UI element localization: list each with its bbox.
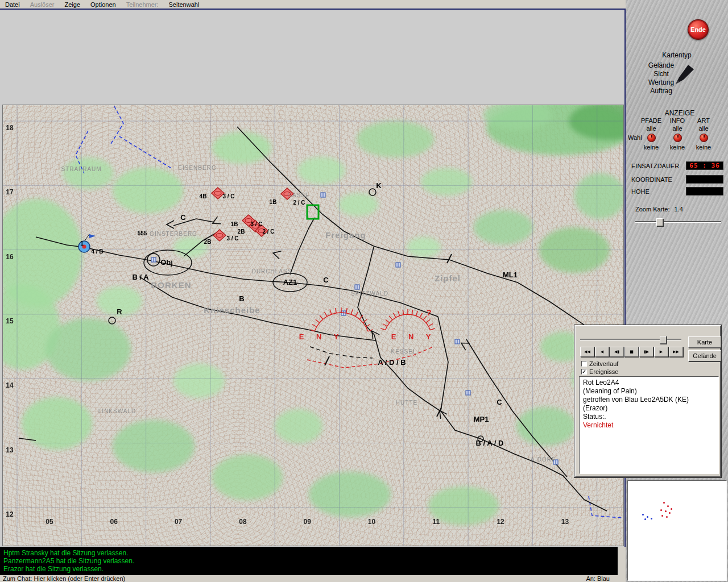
- event-line: getroffen von Blau Leo2A5DK (KE): [583, 396, 715, 404]
- map-window: STRAFRAUMEISENBERGGINSTERBERGGASSEDURCHL…: [0, 9, 626, 547]
- menu-item-optionen[interactable]: Optionen: [85, 1, 121, 9]
- zoom-row: Zoom Karte: 1.4: [635, 206, 683, 213]
- minimap-red-dot: [665, 510, 667, 512]
- hoehe-label: HÖHE: [631, 188, 650, 195]
- kartentyp-option-auftrag[interactable]: Auftrag: [628, 87, 694, 95]
- checkbox-ereignisse[interactable]: ✓Ereignisse: [581, 368, 618, 376]
- anzeige-column-art: ARTallekeine: [690, 117, 717, 151]
- vcr-button-1[interactable]: ◀: [595, 347, 609, 357]
- event-line: (Erazor): [583, 404, 715, 413]
- playback-panel: ◀◀◀◀▮■▮▶▶▶▶ Karte Gelände Zeitverlauf✓Er…: [574, 325, 721, 477]
- hoehe-row: HÖHE: [631, 187, 723, 196]
- menu-item-datei[interactable]: Datei: [0, 1, 25, 9]
- anzeige-col-title: ART: [690, 117, 717, 124]
- event-text-area: Rot Leo2A4(Meaning of Pain)getroffen von…: [579, 376, 719, 474]
- event-line: (Meaning of Pain): [583, 387, 715, 396]
- anzeige-option-keine[interactable]: keine: [664, 143, 690, 151]
- einsatzdauer-display: 65 : 36: [686, 161, 723, 170]
- minimap-blue-dot: [651, 518, 652, 519]
- zoom-label: Zoom Karte:: [635, 206, 670, 213]
- chat-message: Hptm Stransky hat die Sitzung verlassen.: [3, 549, 618, 557]
- koordinate-row: KOORDINATE: [631, 175, 723, 184]
- minimap-red-dot: [667, 505, 669, 507]
- minimap-red-dot: [663, 502, 665, 504]
- chat-message: Erazor hat die Sitzung verlassen.: [3, 565, 618, 573]
- checkbox-label: Zeitverlauf: [589, 360, 618, 367]
- minimap-red-dot: [671, 508, 672, 510]
- zoom-slider-thumb[interactable]: [656, 218, 663, 226]
- menubar: DateiAuslöserZeigeOptionenTeilnehmer:Sei…: [0, 0, 626, 9]
- forest-areas: [3, 105, 623, 525]
- event-line: Vernichtet: [583, 421, 715, 430]
- event-line: Status:.: [583, 413, 715, 421]
- anzeige-knob[interactable]: [647, 134, 656, 142]
- statusbar: Zum Chat: Hier klicken (oder Enter drück…: [0, 575, 626, 582]
- vcr-button-4[interactable]: ▮▶: [639, 347, 653, 357]
- checkbox-box[interactable]: ✓: [581, 369, 587, 375]
- checkbox-zeitverlauf[interactable]: Zeitverlauf: [581, 360, 618, 368]
- minimap-red-dot: [660, 509, 662, 511]
- anzeige-knob[interactable]: [673, 134, 682, 142]
- anzeige-option-alle[interactable]: alle: [690, 124, 717, 132]
- anzeige-column-pfade: PFADEallekeine: [638, 117, 664, 151]
- vcr-button-6[interactable]: ▶▶: [669, 347, 683, 357]
- map-graphics: [3, 105, 623, 546]
- vcr-button-0[interactable]: ◀◀: [580, 347, 594, 357]
- minimap-blue-dot: [644, 518, 646, 520]
- map-canvas[interactable]: STRAFRAUMEISENBERGGINSTERBERGGASSEDURCHL…: [3, 105, 623, 546]
- koordinate-display: [686, 175, 723, 184]
- minimap-red-dot: [666, 516, 668, 518]
- anzeige-col-title: INFO: [664, 117, 690, 124]
- event-line: Rot Leo2A4: [583, 379, 715, 387]
- minimap-blue-dot: [642, 514, 644, 516]
- menu-item-seitenwahl[interactable]: Seitenwahl: [164, 1, 205, 9]
- zoom-value: 1.4: [675, 206, 683, 213]
- vcr-controls: ◀◀◀◀▮■▮▶▶▶▶: [580, 347, 683, 357]
- pen-cursor-icon: [673, 61, 695, 85]
- menu-item-zeige[interactable]: Zeige: [59, 1, 85, 9]
- hoehe-display: [686, 187, 723, 196]
- anzeige-col-title: PFADE: [638, 117, 664, 124]
- einsatzdauer-row: EINSATZDAUER 65 : 36: [631, 161, 723, 170]
- chat-hint[interactable]: Zum Chat: Hier klicken (oder Enter drück…: [3, 575, 125, 582]
- minimap-red-dot: [669, 512, 671, 514]
- vcr-button-2[interactable]: ◀▮: [610, 347, 624, 357]
- einsatzdauer-label: EINSATZDAUER: [631, 163, 679, 169]
- kartentyp-label: Kartentyp: [643, 51, 711, 59]
- anzeige-columns: PFADEallekeineINFOallekeineARTallekeine: [638, 117, 718, 151]
- chat-message: Panzermann2A5 hat die Sitzung verlassen.: [3, 557, 618, 565]
- menu-item-auslser: Auslöser: [25, 1, 60, 9]
- wahl-label: Wahl: [628, 134, 642, 141]
- anzeige-label: ANZEIGE: [637, 109, 722, 117]
- anzeige-option-keine[interactable]: keine: [690, 143, 717, 151]
- vcr-button-5[interactable]: ▶: [654, 347, 668, 357]
- ende-button[interactable]: Ende: [688, 19, 709, 40]
- anzeige-option-keine[interactable]: keine: [638, 143, 664, 151]
- checkbox-label: Ereignisse: [589, 368, 618, 375]
- anzeige-option-alle[interactable]: alle: [664, 124, 690, 132]
- chat-log: Hptm Stransky hat die Sitzung verlassen.…: [0, 547, 618, 575]
- checkbox-box[interactable]: [581, 361, 587, 367]
- anzeige-option-alle[interactable]: alle: [638, 124, 664, 132]
- zoom-slider-track[interactable]: [635, 221, 721, 223]
- gelaende-button[interactable]: Gelände: [688, 350, 721, 361]
- vcr-button-3[interactable]: ■: [624, 347, 639, 357]
- timeline-slider-thumb[interactable]: [660, 336, 667, 344]
- chat-recipient: An: Blau: [586, 575, 610, 582]
- minimap-blue-dot: [647, 516, 648, 518]
- playback-checkboxes: Zeitverlauf✓Ereignisse: [581, 360, 618, 376]
- minimap-red-dot: [661, 515, 663, 517]
- karte-button[interactable]: Karte: [688, 336, 721, 348]
- anzeige-knob[interactable]: [700, 134, 708, 142]
- koordinate-label: KOORDINATE: [631, 176, 672, 183]
- overview-minimap[interactable]: [627, 480, 727, 581]
- menu-item-teilnehmer: Teilnehmer:: [121, 1, 164, 9]
- anzeige-column-info: INFOallekeine: [664, 117, 690, 151]
